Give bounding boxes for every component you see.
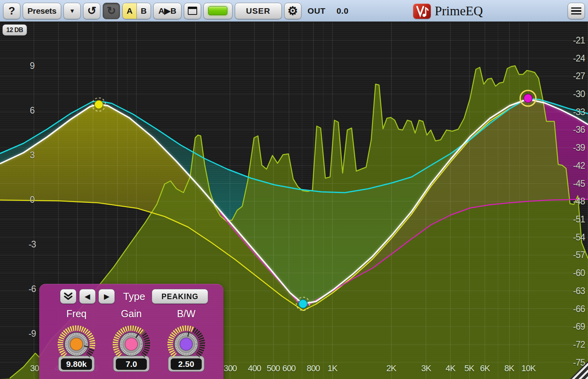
freq-knob[interactable]: 9.80k bbox=[53, 321, 100, 373]
redo-icon: ↻ bbox=[107, 4, 116, 17]
window-icon bbox=[188, 7, 197, 15]
user-mode-button[interactable]: USER bbox=[235, 3, 282, 19]
ab-copy-label: A▶B bbox=[158, 6, 176, 16]
panel-header: ◀ ▶ Type PEAKING bbox=[39, 289, 223, 304]
help-icon: ? bbox=[9, 5, 15, 17]
gain-knob[interactable]: 7.0 bbox=[108, 321, 155, 373]
bypass-led-button[interactable] bbox=[203, 3, 232, 19]
ab-toggle-a[interactable]: A bbox=[123, 3, 137, 19]
db-range-label: 12 DB bbox=[6, 27, 23, 34]
presets-dropdown-button[interactable]: ▼ bbox=[64, 3, 81, 19]
filter-type-button[interactable]: PEAKING bbox=[152, 289, 208, 304]
band-edit-panel: ◀ ▶ Type PEAKING Freq bbox=[39, 284, 223, 379]
chevron-down-icon: ▼ bbox=[69, 7, 75, 14]
primeeq-window: ? Presets ▼ ↺ ↻ A B A▶B USER ⚙ OUT 0.0 P… bbox=[0, 0, 588, 379]
undo-icon: ↺ bbox=[87, 4, 96, 17]
next-icon: ▶ bbox=[104, 292, 109, 301]
out-label: OUT bbox=[308, 6, 326, 16]
window-mode-button[interactable] bbox=[184, 3, 201, 19]
bw-knob-label: B/W bbox=[177, 308, 195, 321]
gain-knob-group: Gain 7.0 bbox=[104, 308, 159, 373]
user-label: USER bbox=[246, 6, 270, 16]
ab-a-label: A bbox=[127, 6, 132, 16]
bw-knob[interactable]: 2.50 bbox=[163, 321, 210, 373]
type-label: Type bbox=[123, 291, 145, 303]
redo-button[interactable]: ↻ bbox=[103, 3, 120, 19]
gain-value[interactable]: 7.0 bbox=[125, 359, 137, 368]
ab-toggle-b[interactable]: B bbox=[137, 3, 151, 19]
app-title: PrimeEQ bbox=[435, 4, 483, 18]
db-range-button[interactable]: 12 DB bbox=[2, 24, 27, 36]
gear-icon: ⚙ bbox=[287, 4, 298, 18]
next-band-button[interactable]: ▶ bbox=[98, 289, 115, 304]
ab-toggle: A B bbox=[122, 3, 151, 19]
settings-button[interactable]: ⚙ bbox=[284, 3, 301, 19]
ab-copy-button[interactable]: A▶B bbox=[153, 3, 181, 19]
knob-row: Freq 9.80k G bbox=[49, 308, 214, 373]
eq-graph-area: 9630-3-6-9 -21-24-27-30-33-36-39-42-45-4… bbox=[0, 22, 588, 379]
help-button[interactable]: ? bbox=[3, 3, 20, 19]
out-value[interactable]: 0.0 bbox=[336, 6, 348, 16]
prev-icon: ◀ bbox=[85, 292, 90, 301]
presets-button[interactable]: Presets bbox=[23, 3, 61, 19]
voxengo-logo-icon[interactable] bbox=[413, 4, 431, 19]
menu-button[interactable] bbox=[568, 3, 585, 19]
freq-knob-group: Freq 9.80k bbox=[49, 308, 104, 373]
brand: PrimeEQ bbox=[413, 0, 483, 22]
undo-button[interactable]: ↺ bbox=[83, 3, 100, 19]
presets-label: Presets bbox=[27, 6, 56, 16]
toolbar: ? Presets ▼ ↺ ↻ A B A▶B USER ⚙ OUT 0.0 P… bbox=[0, 0, 588, 22]
collapse-panel-button[interactable] bbox=[60, 289, 76, 304]
freq-knob-label: Freq bbox=[66, 308, 86, 321]
hamburger-icon bbox=[571, 7, 581, 15]
gain-knob-label: Gain bbox=[121, 308, 142, 321]
bw-knob-group: B/W 2.50 bbox=[159, 308, 214, 373]
filter-type-value: PEAKING bbox=[162, 292, 198, 301]
prev-band-button[interactable]: ◀ bbox=[79, 289, 96, 304]
freq-value[interactable]: 9.80k bbox=[66, 359, 87, 368]
double-chevron-down-icon bbox=[63, 292, 73, 301]
led-on-icon bbox=[208, 6, 227, 15]
ab-b-label: B bbox=[141, 6, 147, 16]
bw-value[interactable]: 2.50 bbox=[178, 359, 194, 368]
